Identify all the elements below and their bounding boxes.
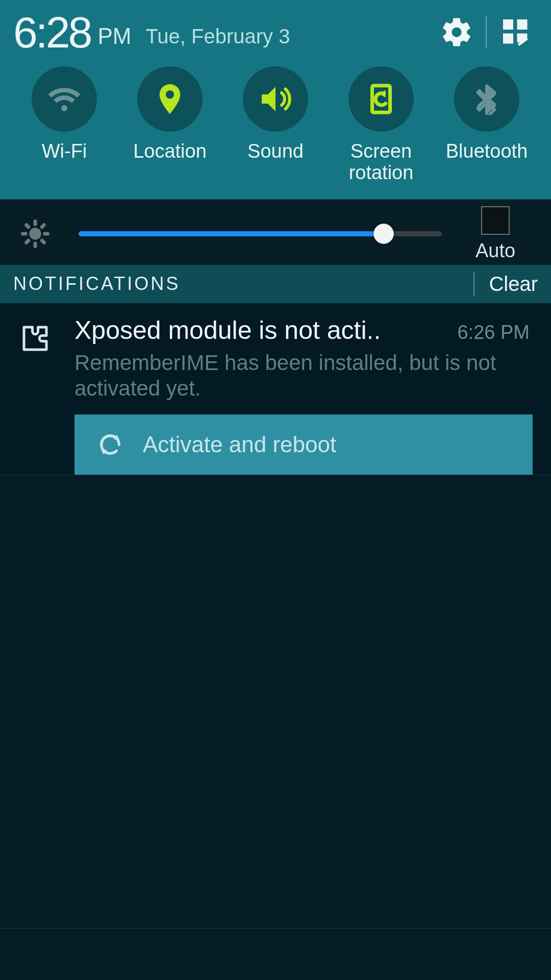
toggle-sound-label: Sound (247, 141, 304, 162)
gear-icon (440, 15, 473, 49)
notifications-label: NOTIFICATIONS (13, 273, 180, 295)
toggle-location-label: Location (133, 141, 207, 162)
location-pin-icon (152, 81, 188, 117)
toggle-sound[interactable]: Sound (224, 66, 327, 184)
svg-line-14 (42, 225, 44, 227)
svg-line-12 (42, 240, 44, 242)
notification-action-button[interactable]: Activate and reboot (74, 414, 533, 475)
toggle-wifi[interactable]: Wi-Fi (13, 66, 115, 184)
divider (486, 16, 487, 48)
svg-marker-5 (379, 90, 386, 98)
status-row: 6:28 PM Tue, February 3 (13, 9, 538, 55)
svg-rect-1 (517, 19, 528, 30)
svg-point-6 (29, 228, 41, 239)
brightness-icon (12, 219, 58, 248)
notification-body: RememberIME has been installed, but is n… (74, 350, 530, 402)
clear-notifications-button[interactable]: Clear (489, 273, 538, 296)
bluetooth-icon (471, 83, 503, 115)
checkbox-icon (481, 206, 510, 235)
bottom-bar (0, 928, 551, 980)
notification-title: Xposed module is not acti.. (74, 315, 447, 345)
quick-settings-panel: 6:28 PM Tue, February 3 (0, 0, 551, 199)
auto-brightness-toggle[interactable]: Auto (462, 206, 529, 262)
svg-rect-0 (503, 19, 513, 30)
toggle-rotation-label: Screen rotation (349, 141, 414, 184)
notification-card[interactable]: Xposed module is not acti.. 6:26 PM Reme… (0, 303, 551, 476)
toggle-location[interactable]: Location (119, 66, 221, 184)
brightness-slider[interactable] (79, 231, 442, 236)
toggle-bluetooth-label: Bluetooth (446, 141, 528, 162)
clock-date: Tue, February 3 (145, 25, 290, 48)
wifi-icon (46, 81, 83, 117)
sound-icon (257, 81, 294, 117)
clock-time: 6:28 (13, 7, 90, 58)
refresh-icon (90, 431, 131, 458)
puzzle-piece-icon (18, 315, 74, 402)
toggle-bluetooth[interactable]: Bluetooth (436, 66, 538, 184)
clock-ampm: PM (97, 23, 131, 49)
screen-rotation-icon (363, 81, 399, 117)
svg-line-13 (27, 240, 29, 242)
auto-brightness-label: Auto (475, 240, 515, 262)
toggle-screen-rotation[interactable]: Screen rotation (330, 66, 432, 184)
empty-area (0, 475, 551, 928)
svg-line-11 (27, 225, 29, 227)
brightness-row: Auto (0, 199, 551, 264)
notification-action-label: Activate and reboot (143, 432, 336, 457)
notifications-header: NOTIFICATIONS Clear (0, 264, 551, 303)
edit-toggles-button[interactable] (494, 10, 538, 54)
grid-edit-icon (500, 17, 531, 47)
divider (473, 272, 474, 296)
settings-button[interactable] (435, 10, 479, 54)
svg-rect-2 (503, 34, 513, 44)
quick-toggles-row: Wi-Fi Location (13, 66, 538, 184)
notification-time: 6:26 PM (457, 322, 530, 344)
toggle-wifi-label: Wi-Fi (42, 141, 87, 162)
